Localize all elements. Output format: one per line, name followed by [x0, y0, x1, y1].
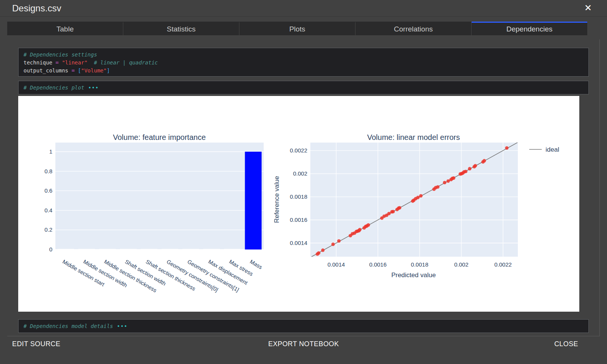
edit-source-button[interactable]: EDIT SOURCE [12, 338, 60, 350]
tab-statistics[interactable]: Statistics [123, 22, 239, 35]
collapsed-ellipsis-icon[interactable]: ••• [117, 323, 127, 329]
charts-panel: Volume: feature importance00.20.40.60.81… [18, 96, 579, 312]
svg-text:1: 1 [49, 148, 52, 155]
close-button[interactable]: CLOSE [554, 338, 578, 350]
dialog-title: Designs.csv [12, 3, 61, 14]
svg-text:0.0014: 0.0014 [327, 261, 345, 268]
svg-text:0.8: 0.8 [44, 168, 52, 174]
close-icon[interactable]: ✕ [584, 2, 592, 14]
export-notebook-button[interactable]: EXPORT NOTEBOOK [268, 338, 339, 350]
charts-svg: Volume: feature importance00.20.40.60.81… [18, 96, 579, 312]
tab-table[interactable]: Table [7, 22, 123, 35]
model-code-header: # Dependencies model details [24, 323, 113, 329]
plot-code-header: # Dependencies plot [24, 85, 84, 91]
svg-text:Predicted value: Predicted value [391, 271, 436, 279]
svg-text:Volume: feature importance: Volume: feature importance [113, 133, 206, 141]
svg-text:0.0022: 0.0022 [494, 261, 512, 268]
model-errors-chart: Volume: linear model errors0.00140.00160… [273, 133, 559, 279]
collapsed-ellipsis-icon[interactable]: ••• [88, 85, 99, 91]
code-line: technique = "linear" # linear | quadrati… [24, 59, 588, 67]
svg-text:0.002: 0.002 [454, 261, 469, 268]
svg-text:0.2: 0.2 [44, 226, 52, 233]
svg-text:Reference value: Reference value [273, 176, 280, 223]
tab-plots[interactable]: Plots [239, 22, 355, 35]
settings-code-block[interactable]: # Dependencies settingstechnique = "line… [18, 48, 589, 77]
svg-text:0.0016: 0.0016 [369, 261, 387, 268]
svg-text:0.0022: 0.0022 [290, 147, 307, 154]
svg-text:0.4: 0.4 [44, 207, 52, 213]
code-line: # Dependencies settings [24, 51, 588, 59]
feature-importance-chart: Volume: feature importance00.20.40.60.81… [44, 133, 264, 293]
svg-text:ideal: ideal [546, 146, 559, 153]
plot-code-block[interactable]: # Dependencies plot ••• [18, 81, 589, 94]
tab-dependencies[interactable]: Dependencies [472, 22, 587, 35]
model-details-code-block[interactable]: # Dependencies model details ••• [18, 319, 589, 333]
svg-text:0.0014: 0.0014 [290, 240, 307, 246]
svg-text:0.0016: 0.0016 [290, 217, 307, 223]
svg-text:Mass: Mass [249, 259, 263, 270]
svg-text:0.0018: 0.0018 [411, 261, 428, 268]
svg-text:0.0018: 0.0018 [290, 193, 307, 200]
svg-text:0.6: 0.6 [44, 187, 52, 194]
svg-text:Volume: linear model errors: Volume: linear model errors [367, 133, 460, 141]
tab-correlations[interactable]: Correlations [355, 22, 472, 35]
dialog-title-bar: Designs.csv ✕ [0, 0, 607, 17]
tab-bar: TableStatisticsPlotsCorrelationsDependen… [7, 22, 587, 35]
svg-text:0: 0 [49, 246, 52, 253]
chart-legend[interactable]: ideal [529, 146, 559, 153]
vertical-scrollbar[interactable] [599, 39, 600, 336]
horizontal-scrollbar[interactable] [7, 336, 600, 336]
svg-text:0.002: 0.002 [293, 170, 307, 177]
code-line: output_columns = ["Volume"] [24, 67, 588, 75]
